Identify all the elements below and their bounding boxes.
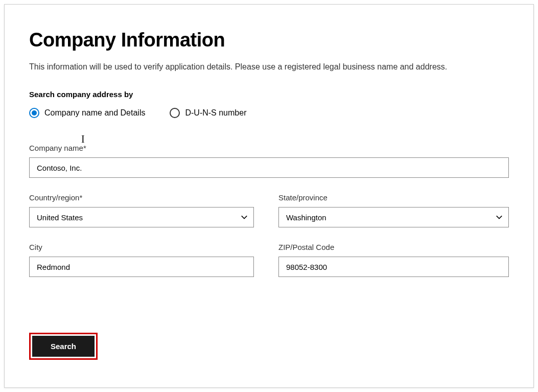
zip-label: ZIP/Postal Code: [278, 243, 509, 251]
search-by-label: Search company address by: [29, 90, 509, 99]
company-name-label: Company name*: [29, 144, 509, 152]
city-input[interactable]: [29, 257, 254, 277]
search-button[interactable]: Search: [32, 336, 95, 357]
search-by-radio-group: Company name and Details D-U-N-S number: [29, 108, 509, 118]
country-region-select[interactable]: United States: [29, 207, 254, 227]
state-province-select[interactable]: Washington: [278, 207, 509, 227]
radio-label: Company name and Details: [44, 108, 145, 118]
zip-input[interactable]: [278, 257, 509, 277]
page-description: This information will be used to verify …: [29, 62, 509, 72]
radio-label: D-U-N-S number: [185, 108, 246, 118]
company-information-form: Company Information This information wil…: [4, 4, 534, 388]
state-province-label: State/province: [278, 193, 509, 202]
company-name-input[interactable]: [29, 157, 509, 178]
search-button-highlight: Search: [29, 333, 98, 360]
radio-unselected-icon: [170, 108, 180, 118]
radio-company-name-details[interactable]: Company name and Details: [29, 108, 145, 118]
page-title: Company Information: [29, 29, 509, 51]
state-province-value: Washington: [286, 213, 326, 222]
radio-selected-icon: [29, 108, 39, 118]
country-region-value: United States: [37, 213, 83, 222]
country-region-label: Country/region*: [29, 193, 254, 202]
city-label: City: [29, 243, 254, 251]
radio-duns-number[interactable]: D-U-N-S number: [170, 108, 246, 118]
